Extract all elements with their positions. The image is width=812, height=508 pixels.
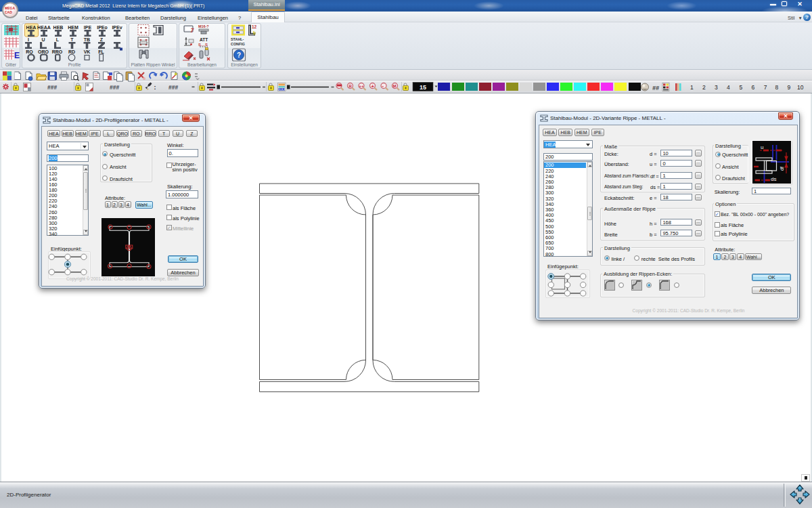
svg-text:TB: TB: [84, 37, 90, 42]
svg-text:RO: RO: [26, 49, 33, 54]
svg-text:2: 2: [702, 84, 706, 91]
svg-text:9: 9: [788, 84, 791, 91]
svg-text:IPEo: IPEo: [97, 25, 108, 30]
svg-text:FL: FL: [98, 49, 104, 54]
svg-text:###: ###: [110, 84, 119, 91]
svg-text:RRO: RRO: [52, 49, 63, 54]
svg-text:15: 15: [420, 84, 426, 91]
svg-text:b: b: [253, 30, 256, 35]
svg-text:##: ##: [652, 85, 659, 91]
svg-text:ORO: ORO: [38, 49, 49, 54]
svg-text:S…S: S…S: [198, 43, 208, 47]
svg-text:L: L: [56, 37, 60, 42]
svg-text:10: 10: [797, 84, 804, 91]
svg-text:IPE: IPE: [84, 25, 92, 30]
svg-text:###: ###: [168, 84, 178, 91]
svg-text:HEA: HEA: [26, 25, 37, 30]
svg-text:HEM: HEM: [68, 25, 78, 30]
svg-text:E: E: [14, 51, 20, 60]
svg-text:U: U: [41, 37, 45, 42]
svg-text:3: 3: [715, 84, 718, 91]
svg-text:T: T: [70, 37, 74, 42]
svg-text:STAHL-: STAHL-: [231, 37, 244, 41]
svg-text:4: 4: [727, 84, 730, 91]
svg-text:VK: VK: [84, 49, 91, 54]
svg-text:8: 8: [775, 84, 779, 91]
svg-text:HEB: HEB: [53, 25, 64, 30]
svg-text:RD: RD: [68, 49, 75, 54]
svg-text:ATT: ATT: [200, 37, 208, 42]
svg-text:M16-?: M16-?: [198, 24, 209, 28]
svg-text:++: ++: [359, 84, 365, 88]
svg-text:###: ###: [47, 84, 57, 91]
svg-text::: :: [154, 84, 156, 91]
svg-text:u: u: [761, 144, 763, 150]
svg-text:1: 1: [690, 84, 694, 91]
svg-text:7: 7: [189, 27, 194, 34]
svg-text:IPEv: IPEv: [112, 25, 122, 30]
svg-text:ds: ds: [771, 176, 776, 182]
svg-text:5: 5: [740, 84, 743, 91]
svg-text:HEAA: HEAA: [37, 25, 51, 30]
svg-text:CONFIG: CONFIG: [231, 42, 245, 46]
svg-text:B: B: [349, 84, 353, 88]
svg-text:12: 12: [252, 24, 257, 29]
svg-text:6: 6: [752, 84, 755, 91]
svg-text:?: ?: [237, 51, 241, 59]
svg-text:Z: Z: [100, 37, 104, 42]
svg-text:7: 7: [764, 84, 767, 91]
svg-text:M: M: [393, 84, 397, 88]
svg-text:+: +: [371, 83, 375, 89]
svg-text:df: df: [780, 167, 784, 171]
svg-text:I: I: [28, 37, 29, 42]
